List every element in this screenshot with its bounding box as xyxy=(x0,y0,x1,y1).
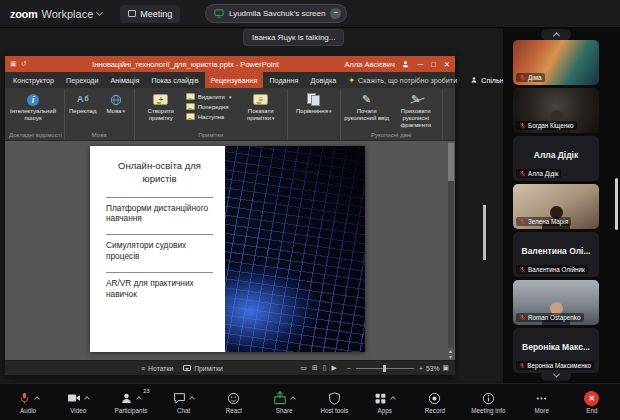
strip-scrollbar[interactable] xyxy=(615,178,618,230)
powerpoint-status-bar: ≡ Нотатки Примітки ▭ ⊞ ▯ ▶ − + 53% xyxy=(5,360,455,375)
show-comments-label: Показати примітки xyxy=(247,108,274,121)
reading-view-icon[interactable]: ▯ xyxy=(323,364,327,372)
tab-slideshow[interactable]: Показ слайдів xyxy=(145,72,204,88)
slide-scrollbar[interactable] xyxy=(448,143,454,348)
chat-button[interactable]: Chat xyxy=(170,391,198,414)
tab-help[interactable]: Довідка xyxy=(304,72,342,88)
apps-chevron-icon[interactable] xyxy=(390,396,396,402)
previous-comment-button[interactable]: Попередня xyxy=(186,103,236,110)
meeting-tab-label: Meeting xyxy=(140,9,172,19)
react-button[interactable]: React xyxy=(220,391,248,414)
share-person-icon[interactable] xyxy=(401,60,410,69)
participant-name-label: Roman Ostapenko xyxy=(516,313,584,322)
smart-lookup-icon: i xyxy=(27,94,39,106)
workspace-chevron-down-icon[interactable] xyxy=(96,9,103,16)
share-icon xyxy=(470,76,478,84)
minimize-icon[interactable]: ─ xyxy=(418,60,423,69)
quick-access-toolbar[interactable]: ▣↺ xyxy=(10,60,27,68)
meeting-info-button[interactable]: Meeting info xyxy=(471,391,505,414)
apps-button[interactable]: Apps xyxy=(371,391,399,414)
tab-view[interactable]: Подання xyxy=(263,72,304,88)
fit-to-window-icon[interactable]: ▣ xyxy=(443,364,449,372)
ribbon-group-comments: + Створити примітку Видалити▾ Попередня xyxy=(135,89,288,140)
video-chevron-icon[interactable] xyxy=(84,396,90,402)
ribbon-group-language: Аб Переклад Мова▾ Мова xyxy=(65,89,135,140)
participant-tile[interactable]: Богдан Кіщенко xyxy=(513,88,599,133)
tab-transitions[interactable]: Переходи xyxy=(60,72,105,88)
delete-comment-button[interactable]: Видалити▾ xyxy=(186,93,236,100)
delete-comment-icon xyxy=(186,93,195,100)
chat-chevron-icon[interactable] xyxy=(189,396,195,402)
host-tools-button[interactable]: Host tools xyxy=(320,391,348,414)
tab-design[interactable]: Конструктор xyxy=(7,72,60,88)
participant-tile[interactable]: Roman Ostapenko xyxy=(513,280,599,325)
zoom-out-icon[interactable]: − xyxy=(347,365,351,372)
comments-icon xyxy=(183,365,191,371)
language-button[interactable]: Мова▾ xyxy=(100,90,132,115)
slide[interactable]: Онлайн-освіта для юристів Платформи дист… xyxy=(90,146,365,352)
hide-ink-button[interactable]: ✎ Приховати рукописні фрагменти xyxy=(392,90,440,129)
zoom-slider-thumb[interactable] xyxy=(383,365,386,372)
video-button[interactable]: Video xyxy=(64,391,92,414)
show-comments-button[interactable]: ≡ Показати примітки▾ xyxy=(237,90,285,122)
scroll-down-button[interactable] xyxy=(541,370,571,381)
notes-toggle[interactable]: ≡ Нотатки xyxy=(141,365,173,372)
shield-icon xyxy=(328,392,341,405)
zoom-percent[interactable]: 53% xyxy=(426,365,440,372)
talking-indicator: Іванка Яцук is talking... xyxy=(243,29,344,46)
ribbon-group-compare: Порівняння▾ xyxy=(288,89,341,140)
scroll-up-button[interactable] xyxy=(541,29,571,40)
next-comment-button[interactable]: Наступна xyxy=(186,113,236,120)
more-button[interactable]: More xyxy=(528,391,556,414)
undo-icon[interactable]: ↺ xyxy=(21,60,27,68)
hide-ink-label: Приховати рукописні фрагменти xyxy=(393,108,439,129)
zoom-slider[interactable] xyxy=(356,368,414,369)
share-screen-icon xyxy=(273,391,287,405)
comments-group-label: Примітки xyxy=(137,131,285,140)
smart-lookup-button[interactable]: i Інтелектуальний пошук xyxy=(9,90,57,122)
stop-viewing-icon[interactable]: − xyxy=(330,8,341,19)
slide-sorter-icon[interactable]: ⊞ xyxy=(312,364,318,372)
comments-toggle[interactable]: Примітки xyxy=(183,365,223,372)
share-button[interactable]: Share xyxy=(270,391,298,414)
viewing-screen-pill[interactable]: Lyudmila Savchuk's screen − xyxy=(205,4,347,23)
save-icon[interactable]: ▣ xyxy=(10,60,17,68)
workplace-logo-text: Workplace xyxy=(42,8,94,20)
ink-group-label: Рукописні дані xyxy=(343,131,440,140)
normal-view-icon[interactable]: ▭ xyxy=(300,364,307,372)
comments-label: Примітки xyxy=(194,365,223,372)
translate-button[interactable]: Аб Переклад xyxy=(67,90,99,115)
participant-name-label: Діма xyxy=(516,73,545,82)
tab-meeting[interactable]: Meeting xyxy=(120,5,180,23)
next-comment-label: Наступна xyxy=(198,114,224,120)
start-inking-button[interactable]: ✎ Почати рукописний ввід xyxy=(343,90,391,122)
participant-tile[interactable]: Зелена Марія xyxy=(513,184,599,229)
participant-tile[interactable]: Валентина Олі... Валентина Олійник xyxy=(513,232,599,277)
record-button[interactable]: Record xyxy=(421,391,449,414)
slide-scrollbar-thumb[interactable] xyxy=(448,143,454,181)
muted-mic-icon xyxy=(519,362,525,369)
new-comment-button[interactable]: + Створити примітку xyxy=(137,90,185,122)
participants-button[interactable]: 23 Participants xyxy=(115,391,148,414)
participants-chevron-icon[interactable] xyxy=(137,396,143,402)
close-icon[interactable]: ✕ xyxy=(444,60,450,69)
camera-icon xyxy=(67,392,81,404)
compare-button[interactable]: Порівняння▾ xyxy=(290,90,338,115)
zoom-in-icon[interactable]: + xyxy=(419,365,423,372)
participant-tile[interactable]: Діма xyxy=(513,40,599,85)
share-chevron-icon[interactable] xyxy=(290,396,296,402)
maximize-icon[interactable]: □ xyxy=(431,60,436,69)
audio-chevron-icon[interactable] xyxy=(34,396,40,402)
tab-review[interactable]: Рецензування xyxy=(205,72,264,88)
end-meeting-button[interactable]: ✕ End xyxy=(578,391,606,414)
powerpoint-title-bar: ▣↺ Інноваційні_технології_для_юристів.pp… xyxy=(5,56,455,72)
slide-nav-arrows[interactable]: ▲▼ xyxy=(446,348,455,360)
participant-tile[interactable]: Алла Дідік Алла Дідік xyxy=(513,136,599,181)
participant-tile[interactable]: Вероніка Макс... Вероніка Максименко xyxy=(513,328,599,373)
muted-mic-icon xyxy=(519,170,526,177)
tell-me-box[interactable]: ✦ Скажіть, що потрібно зробити xyxy=(342,76,463,85)
tab-animations[interactable]: Анімація xyxy=(105,72,146,88)
audio-button[interactable]: Audio xyxy=(14,391,42,414)
shared-screen-scrollbar xyxy=(483,205,486,260)
slideshow-icon[interactable]: ▶ xyxy=(332,364,337,372)
